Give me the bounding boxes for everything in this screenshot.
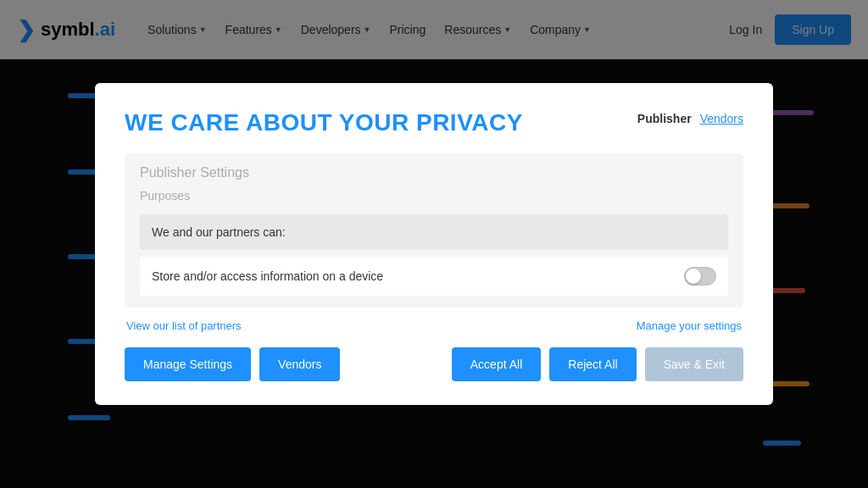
buttons-right: Accept All Reject All Save & Exit — [452, 347, 743, 381]
modal-buttons: Manage Settings Vendors Accept All Rejec… — [125, 347, 743, 381]
modal-footer-links: View our list of partners Manage your se… — [125, 319, 743, 332]
partners-heading: We and our partners can: — [152, 225, 286, 239]
store-access-text: Store and/or access information on a dev… — [152, 269, 383, 283]
store-access-row: Store and/or access information on a dev… — [140, 257, 728, 296]
reject-all-button[interactable]: Reject All — [549, 347, 636, 381]
publisher-settings-title: Publisher Settings — [140, 165, 728, 180]
modal-title: WE CARE ABOUT YOUR PRIVACY — [125, 108, 523, 137]
store-access-toggle[interactable] — [684, 267, 716, 286]
privacy-modal: WE CARE ABOUT YOUR PRIVACY Publisher Ven… — [95, 83, 773, 406]
partners-row: We and our partners can: — [140, 214, 728, 250]
buttons-left: Manage Settings Vendors — [125, 347, 340, 381]
save-exit-button[interactable]: Save & Exit — [645, 347, 743, 381]
manage-settings-button[interactable]: Manage Settings — [125, 347, 251, 381]
accept-all-button[interactable]: Accept All — [452, 347, 541, 381]
tab-vendors[interactable]: Vendors — [700, 112, 743, 125]
purposes-label: Purposes — [140, 189, 728, 202]
modal-tabs: Publisher Vendors — [637, 112, 743, 125]
vendors-button[interactable]: Vendors — [259, 347, 340, 381]
publisher-settings-panel: Publisher Settings Purposes We and our p… — [125, 153, 743, 308]
modal-overlay: WE CARE ABOUT YOUR PRIVACY Publisher Ven… — [0, 0, 868, 488]
toggle-knob — [686, 269, 701, 284]
tab-publisher[interactable]: Publisher — [637, 112, 692, 125]
manage-settings-link[interactable]: Manage your settings — [637, 319, 742, 332]
view-partners-link[interactable]: View our list of partners — [126, 319, 242, 332]
modal-header: WE CARE ABOUT YOUR PRIVACY Publisher Ven… — [125, 108, 743, 137]
